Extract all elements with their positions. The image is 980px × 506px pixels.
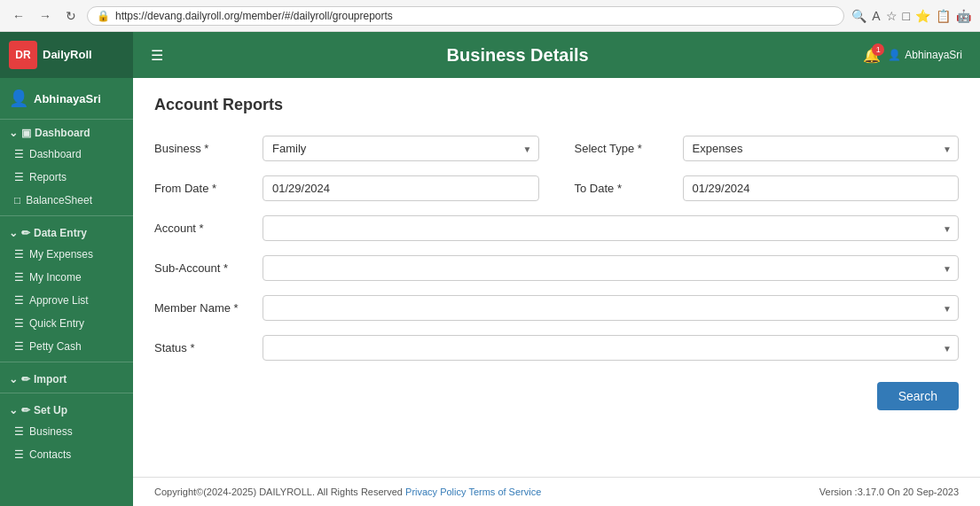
to-date-input[interactable] <box>683 175 960 201</box>
sidebar-item-approve-list[interactable]: ☰ Approve List <box>0 289 133 312</box>
account-row: Account * ▼ <box>154 215 959 241</box>
split-view-icon[interactable]: □ <box>903 9 910 23</box>
bookmark-icon[interactable]: ☆ <box>886 9 898 23</box>
edit-icon: ✏ <box>21 373 30 385</box>
select-type-row: Select Type * Expenses ▼ <box>575 136 960 161</box>
header-right: 🔔 1 👤 AbhinayaSri <box>863 47 962 64</box>
status-select-wrapper: ▼ <box>263 335 959 361</box>
logo-icon: DR <box>9 41 37 69</box>
collections-icon[interactable]: 📋 <box>936 9 951 23</box>
data-entry-section-label: Data Entry <box>34 227 87 239</box>
chevron-down-icon: ⌄ <box>9 127 18 139</box>
header-user: 👤 AbhinayaSri <box>888 49 962 61</box>
list-icon: ☰ <box>14 248 24 261</box>
account-select-wrapper: ▼ <box>263 215 959 241</box>
business-select[interactable]: Family <box>263 136 539 161</box>
browser-bar: ← → ↻ 🔒 https://devang.dailyroll.org/mem… <box>0 0 980 32</box>
sub-account-select-wrapper: ▼ <box>263 255 959 281</box>
sidebar-item-label: Petty Cash <box>29 340 82 353</box>
footer-version: Version :3.17.0 On 20 Sep-2023 <box>819 487 959 497</box>
zoom-icon[interactable]: 🔍 <box>851 9 866 23</box>
sidebar-divider-1 <box>0 215 133 216</box>
page-title: Account Reports <box>154 96 959 114</box>
sub-account-row: Sub-Account * ▼ <box>154 255 959 281</box>
user-image-icon: 👤 <box>888 49 901 61</box>
sidebar-section-dashboard[interactable]: ⌄ ▣ Dashboard <box>0 120 133 143</box>
member-name-select[interactable] <box>263 295 959 321</box>
select-type-wrapper: Expenses ▼ <box>683 136 960 161</box>
sidebar-logo: DR DailyRoll <box>0 32 133 78</box>
header-title: Business Details <box>172 45 863 66</box>
sidebar-item-label: BalanceSheet <box>26 194 92 206</box>
content-area: Account Reports Business * Family ▼ Sele… <box>133 78 980 477</box>
sidebar-section-setup[interactable]: ⌄ ✏ Set Up <box>0 397 133 420</box>
forward-button[interactable]: → <box>35 7 55 25</box>
select-type-select[interactable]: Expenses <box>683 136 960 161</box>
list-icon: ☰ <box>14 317 24 330</box>
sidebar-item-label: Quick Entry <box>29 317 84 330</box>
sidebar-user: 👤 AbhinayaSri <box>0 78 133 120</box>
sidebar-username: AbhinayaSri <box>34 92 101 105</box>
logo-text: DailyRoll <box>43 48 92 62</box>
to-date-label: To Date * <box>575 182 672 195</box>
user-avatar-icon: 👤 <box>9 89 28 108</box>
status-label: Status * <box>154 341 252 354</box>
status-select[interactable] <box>263 335 959 361</box>
from-date-row: From Date * <box>154 175 539 201</box>
business-select-wrapper: Family ▼ <box>263 136 539 161</box>
from-date-label: From Date * <box>154 182 252 195</box>
sidebar-item-label: My Expenses <box>29 248 93 261</box>
sidebar-item-label: Approve List <box>29 294 89 307</box>
favorites-icon[interactable]: ⭐ <box>915 9 930 23</box>
bell-icon[interactable]: 🔔 1 <box>863 47 881 64</box>
sidebar-item-petty-cash[interactable]: ☰ Petty Cash <box>0 335 133 358</box>
bell-badge: 1 <box>872 43 884 56</box>
read-mode-icon[interactable]: A <box>872 9 880 23</box>
dashboard-section-label: Dashboard <box>35 127 90 139</box>
list-icon: ☰ <box>14 294 24 307</box>
sidebar-item-reports[interactable]: ☰ Reports <box>0 166 133 189</box>
menu-icon[interactable]: ☰ <box>151 47 163 64</box>
sidebar: DR DailyRoll 👤 AbhinayaSri ⌄ ▣ Dashboard… <box>0 32 133 506</box>
terms-of-service-link[interactable]: Terms of Service <box>468 487 541 497</box>
list-icon: ☰ <box>14 271 24 284</box>
sidebar-section-data-entry[interactable]: ⌄ ✏ Data Entry <box>0 220 133 243</box>
chevron-down-icon: ⌄ <box>9 404 18 416</box>
back-button[interactable]: ← <box>9 7 28 25</box>
sidebar-divider-3 <box>0 393 133 393</box>
privacy-policy-link[interactable]: Privacy Policy <box>405 487 466 497</box>
url-bar[interactable]: 🔒 https://devang.dailyroll.org/member/#/… <box>87 6 844 26</box>
list-icon: ☰ <box>14 340 24 353</box>
sidebar-item-balance-sheet[interactable]: □ BalanceSheet <box>0 189 133 212</box>
sidebar-item-my-income[interactable]: ☰ My Income <box>0 266 133 289</box>
sub-account-label: Sub-Account * <box>154 261 252 275</box>
extensions-icon[interactable]: 🤖 <box>956 9 971 23</box>
status-row: Status * ▼ <box>154 335 959 361</box>
sidebar-item-my-expenses[interactable]: ☰ My Expenses <box>0 243 133 266</box>
member-name-label: Member Name * <box>154 301 252 315</box>
header-username: AbhinayaSri <box>905 49 962 61</box>
sidebar-item-label: Business <box>29 425 73 438</box>
search-button[interactable]: Search <box>877 382 959 410</box>
url-text: https://devang.dailyroll.org/member/#/da… <box>115 10 393 22</box>
edit-icon: ✏ <box>21 227 30 239</box>
account-select[interactable] <box>263 215 959 241</box>
import-section-label: Import <box>34 373 67 385</box>
sidebar-item-label: Contacts <box>29 448 71 461</box>
main-content: ☰ Business Details 🔔 1 👤 AbhinayaSri Acc… <box>133 32 980 506</box>
sidebar-item-business[interactable]: ☰ Business <box>0 420 133 443</box>
app-header: ☰ Business Details 🔔 1 👤 AbhinayaSri <box>133 32 980 78</box>
sidebar-item-label: Dashboard <box>29 148 82 160</box>
sidebar-item-dashboard[interactable]: ☰ Dashboard <box>0 143 133 166</box>
app-wrapper: DR DailyRoll 👤 AbhinayaSri ⌄ ▣ Dashboard… <box>0 32 980 506</box>
from-date-input[interactable] <box>263 175 539 201</box>
refresh-button[interactable]: ↻ <box>62 7 80 25</box>
sidebar-item-contacts[interactable]: ☰ Contacts <box>0 443 133 466</box>
business-label: Business * <box>154 142 252 155</box>
list-icon: ☰ <box>14 425 24 438</box>
lock-icon: 🔒 <box>97 10 110 22</box>
sidebar-item-quick-entry[interactable]: ☰ Quick Entry <box>0 312 133 335</box>
sidebar-section-import[interactable]: ⌄ ✏ Import <box>0 366 133 389</box>
search-btn-row: Search <box>154 382 959 410</box>
sub-account-select[interactable] <box>263 255 959 281</box>
